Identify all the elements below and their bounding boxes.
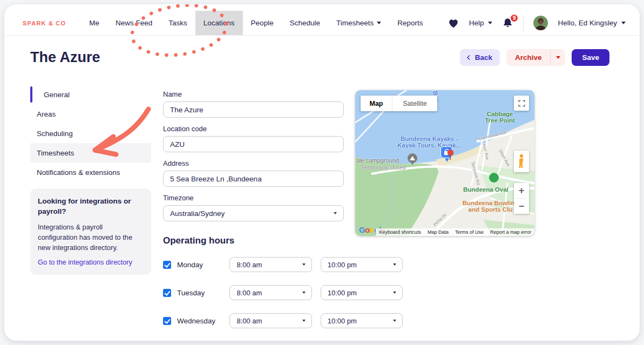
monday-close-select[interactable]: 10:00 pm (321, 257, 403, 272)
operating-hours-heading: Operating hours (163, 235, 411, 246)
keyboard-shortcuts-link[interactable]: Keyboard shortcuts (376, 229, 424, 235)
operating-hours-row-monday: Monday 8:00 am 10:00 pm (163, 257, 411, 272)
nav-item-schedule[interactable]: Schedule (282, 11, 328, 35)
caret-down-icon (334, 212, 337, 214)
settings-sidebar: General Areas Scheduling Timesheets Noti… (30, 85, 151, 341)
day-label: Wednesday (177, 317, 229, 325)
heart-icon[interactable] (448, 17, 459, 29)
map-label-temporarily-closed: Temporarily closed (361, 165, 405, 171)
pegman-icon (517, 154, 526, 169)
fullscreen-icon (518, 99, 526, 107)
map-data-link[interactable]: Map Data (424, 229, 452, 235)
caret-down-icon (393, 320, 396, 322)
app-window: SPARK & CO Me News Feed Tasks Locations … (4, 4, 640, 341)
integrations-info-box: Looking for integrations or payroll? Int… (30, 188, 151, 275)
caret-down-icon (621, 22, 626, 24)
navbar-right: Help 9 Hello, Ed Kingsley (448, 11, 626, 35)
save-button[interactable]: Save (572, 49, 609, 66)
sidebar-item-general[interactable]: General (30, 85, 151, 104)
monday-open-select[interactable]: 8:00 am (229, 257, 311, 272)
tent-icon (410, 156, 415, 160)
campground-marker-icon[interactable] (408, 153, 417, 163)
pegman-control[interactable] (514, 151, 529, 172)
avatar[interactable] (533, 16, 548, 30)
map-attribution-bar: Keyboard shortcuts Map Data Terms of Use… (376, 228, 534, 236)
info-box-body: Integrations & payroll configuration has… (38, 222, 144, 253)
timezone-select[interactable]: Australia/Sydney (163, 205, 344, 221)
sidebar-item-timesheets[interactable]: Timesheets (30, 143, 151, 163)
map-label-bundeena-oval: Bundeena Oval (463, 186, 509, 193)
caret-down-icon (302, 320, 306, 322)
sidebar-item-scheduling[interactable]: Scheduling (30, 124, 151, 143)
nav-item-people[interactable]: People (243, 11, 282, 35)
location-map[interactable]: Bay CabbageTree Point Bundeena Kayaks -K… (355, 90, 534, 236)
wednesday-open-select[interactable]: 8:00 am (229, 313, 311, 328)
sidebar-item-areas[interactable]: Areas (30, 104, 151, 124)
page-title: The Azure (30, 48, 100, 66)
monday-checkbox[interactable] (163, 261, 171, 269)
fullscreen-button[interactable] (514, 96, 529, 111)
page-actions: Back Archive Save (460, 49, 609, 66)
wednesday-close-select[interactable]: 10:00 pm (321, 313, 403, 328)
report-map-error-link[interactable]: Report a map error (487, 229, 534, 235)
terms-of-use-link[interactable]: Terms of Use (452, 229, 487, 235)
content-area: The Azure Back Archive Save General (4, 36, 640, 341)
notifications-bell[interactable]: 9 (502, 17, 513, 29)
info-box-heading: Looking for integrations or payroll? (38, 197, 144, 217)
sidebar-item-notifications-extensions[interactable]: Notifications & extensions (30, 163, 151, 182)
help-label: Help (469, 19, 484, 27)
day-label: Monday (177, 261, 229, 269)
tuesday-open-select[interactable]: 8:00 am (229, 285, 311, 300)
integrations-directory-link[interactable]: Go to the integrations directory (38, 258, 132, 266)
location-pin-icon[interactable] (448, 150, 453, 155)
help-menu[interactable]: Help (469, 19, 493, 27)
caret-down-icon (488, 22, 492, 24)
operating-hours-row-wednesday: Wednesday 8:00 am 10:00 pm (163, 313, 411, 328)
caret-down-icon (556, 56, 560, 59)
chevron-left-icon (466, 55, 472, 60)
caret-down-icon (302, 263, 306, 266)
nav-item-me[interactable]: Me (81, 11, 107, 35)
back-button[interactable]: Back (460, 49, 500, 66)
map-label-kayaks: Bundeena Kayaks -Kayak Tours, Kayak... (386, 136, 472, 148)
wednesday-checkbox[interactable] (163, 317, 171, 325)
operating-hours-row-tuesday: Tuesday 8:00 am 10:00 pm (163, 285, 411, 300)
nav-item-locations[interactable]: Locations (195, 11, 243, 35)
map-label-cabbage-tree-point: CabbageTree Point (470, 111, 530, 124)
user-menu[interactable]: Hello, Ed Kingsley (558, 19, 626, 27)
nav-item-tasks[interactable]: Tasks (160, 11, 195, 35)
archive-split-button: Archive (506, 49, 566, 66)
map-label-campground: ale campground (356, 157, 399, 164)
divider (523, 15, 524, 31)
greeting-text: Hello, Ed Kingsley (558, 19, 617, 27)
day-label: Tuesday (177, 289, 229, 297)
location-code-input[interactable]: AZU (163, 136, 344, 152)
brand-logo[interactable]: SPARK & CO (23, 20, 66, 26)
address-input[interactable]: 5 Sea Breeze Ln ,Bundeena (163, 171, 344, 187)
map-type-control: Map Satellite (361, 96, 437, 111)
caret-down-icon (393, 263, 396, 266)
satellite-view-button[interactable]: Satellite (392, 96, 437, 111)
nav-item-timesheets[interactable]: Timesheets (328, 11, 389, 35)
nav-item-news-feed[interactable]: News Feed (107, 11, 160, 35)
map-zoom-control: + − (514, 183, 529, 214)
tuesday-close-select[interactable]: 10:00 pm (321, 285, 403, 300)
name-input[interactable]: The Azure (163, 102, 344, 118)
caret-down-icon (302, 292, 306, 294)
top-navbar: SPARK & CO Me News Feed Tasks Locations … (4, 11, 640, 36)
tuesday-checkbox[interactable] (163, 289, 171, 297)
archive-dropdown-toggle[interactable] (550, 49, 565, 66)
zoom-out-button[interactable]: − (514, 199, 529, 214)
caret-down-icon (393, 292, 396, 294)
caret-down-icon (377, 22, 381, 24)
notification-badge: 9 (510, 13, 519, 23)
archive-button[interactable]: Archive (506, 49, 551, 66)
map-view-button[interactable]: Map (361, 96, 392, 111)
zoom-in-button[interactable]: + (514, 183, 529, 198)
nav-item-reports[interactable]: Reports (389, 11, 431, 35)
